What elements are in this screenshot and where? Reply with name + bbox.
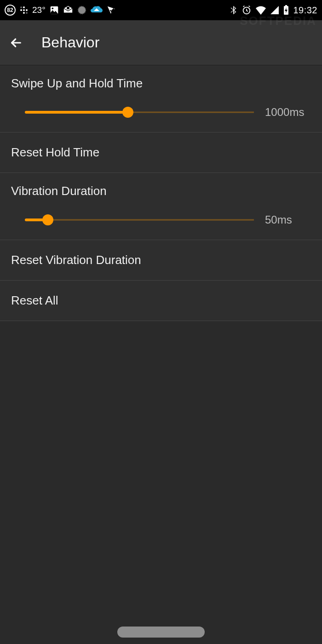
status-right: 19:32 (230, 5, 317, 16)
slider-thumb[interactable] (42, 214, 53, 225)
settings-content: Swipe Up and Hold Time 1000ms Reset Hold… (0, 65, 322, 321)
status-clock: 19:32 (293, 5, 317, 16)
swipe-hold-slider-row: 1000ms (11, 105, 311, 119)
status-bar: 82 23° 19:32 (0, 0, 322, 20)
reset-all-button[interactable]: Reset All (0, 281, 322, 321)
slider-track (25, 219, 254, 221)
status-left: 82 23° (5, 5, 116, 16)
reset-vibration-label: Reset Vibration Duration (11, 253, 141, 267)
vibration-slider[interactable] (25, 213, 254, 227)
reset-all-label: Reset All (11, 293, 58, 307)
wifi-icon (255, 5, 266, 15)
svg-point-1 (52, 8, 53, 10)
vibration-value: 50ms (265, 213, 311, 226)
page-title: Behavior (41, 34, 99, 51)
temperature-indicator: 23° (32, 5, 46, 15)
alarm-icon (242, 5, 252, 15)
app-bar: Behavior (0, 20, 322, 65)
swipe-hold-value: 1000ms (265, 106, 311, 119)
reset-hold-time-label: Reset Hold Time (11, 145, 99, 159)
battery-charging-icon (283, 5, 289, 15)
arrow-left-icon (9, 35, 23, 50)
swipe-hold-slider[interactable] (25, 105, 254, 119)
battery-percent-badge-icon: 82 (5, 5, 16, 16)
reset-hold-time-button[interactable]: Reset Hold Time (0, 132, 322, 173)
sync-icon (77, 5, 87, 15)
vibration-title: Vibration Duration (11, 184, 311, 198)
svg-rect-7 (285, 5, 287, 6)
swipe-hold-section: Swipe Up and Hold Time 1000ms (0, 65, 322, 132)
slider-fill (25, 111, 128, 114)
swipe-hold-title: Swipe Up and Hold Time (11, 76, 311, 91)
back-button[interactable] (5, 31, 28, 54)
vibration-slider-row: 50ms (11, 213, 311, 227)
checkmark-app-icon (106, 5, 116, 15)
reset-vibration-button[interactable]: Reset Vibration Duration (0, 240, 322, 281)
battery-percent-text: 82 (7, 7, 13, 13)
navigation-handle[interactable] (117, 627, 205, 638)
svg-rect-2 (67, 7, 69, 10)
cellular-signal-icon (270, 6, 279, 15)
gallery-icon (49, 5, 59, 15)
app-grid-icon (19, 6, 29, 15)
vibration-section: Vibration Duration 50ms (0, 173, 322, 240)
bluetooth-icon (230, 5, 238, 15)
cloud-app-icon (91, 5, 103, 15)
slider-thumb[interactable] (122, 107, 133, 118)
mail-icon (63, 5, 73, 15)
